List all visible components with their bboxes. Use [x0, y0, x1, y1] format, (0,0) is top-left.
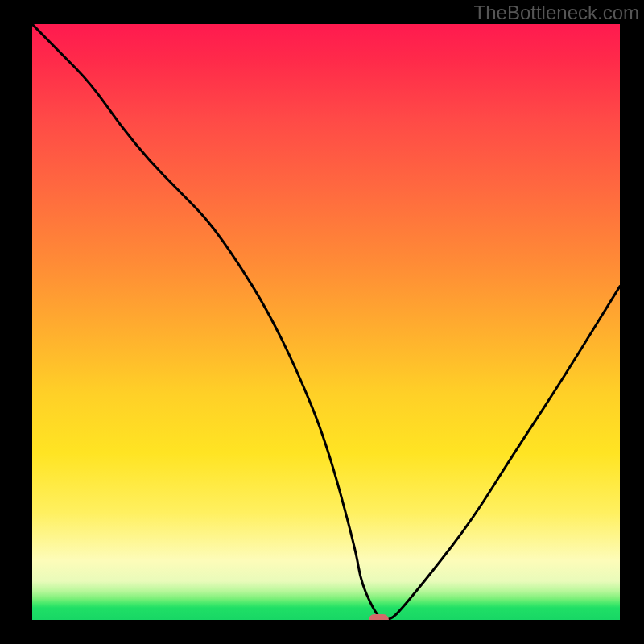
- plot-area: [32, 24, 620, 620]
- curve-path: [32, 24, 620, 620]
- optimal-marker: [369, 614, 390, 620]
- chart-frame: TheBottleneck.com: [0, 0, 644, 644]
- watermark-text: TheBottleneck.com: [474, 2, 639, 24]
- bottleneck-curve: [32, 24, 620, 620]
